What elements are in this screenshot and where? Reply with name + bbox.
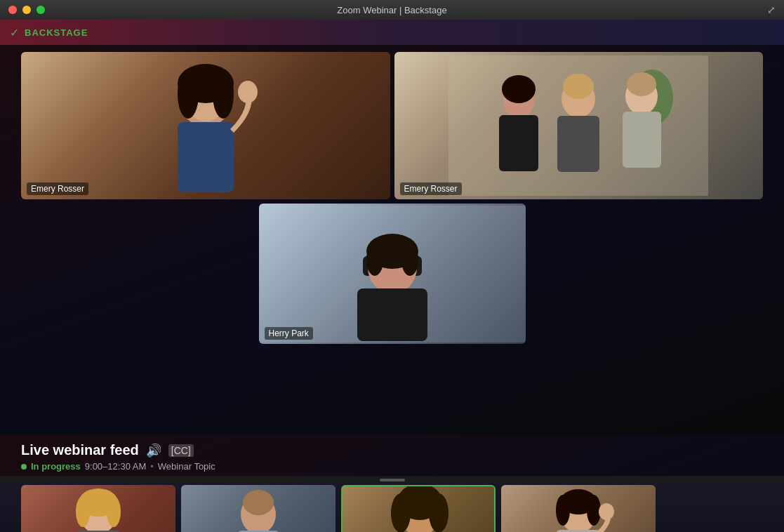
- participants-strip: Katie Carter Emery Rosser Tiana Dokidis: [0, 483, 784, 532]
- svg-point-16: [627, 72, 656, 96]
- close-button[interactable]: [8, 6, 17, 14]
- svg-rect-5: [178, 122, 234, 192]
- participant-tile-katie[interactable]: Katie Carter: [21, 485, 175, 533]
- status-topic: Webinar Topic: [158, 461, 215, 472]
- cc-button[interactable]: [CC]: [168, 444, 194, 457]
- tile-label-emery-right: Emery Rosser: [400, 182, 462, 195]
- main-content: Emery Rosser: [0, 45, 784, 476]
- participant-tile-anika[interactable]: Anika Mango: [501, 485, 656, 533]
- svg-rect-48: [556, 530, 601, 533]
- svg-point-6: [238, 81, 258, 103]
- video-grid: Emery Rosser: [0, 45, 784, 435]
- svg-point-3: [178, 69, 199, 119]
- video-placeholder-2: [394, 52, 764, 199]
- live-feed-section: Live webinar feed 🔊 [CC] In progress 9:0…: [0, 435, 784, 476]
- minimize-button[interactable]: [22, 6, 31, 14]
- svg-point-4: [213, 69, 234, 119]
- video-row-bottom: Herry Park: [21, 204, 763, 344]
- title-bar: Zoom Webinar | Backstage ⤢: [0, 0, 784, 20]
- tile-label-herry: Herry Park: [265, 327, 313, 340]
- svg-point-29: [76, 496, 90, 527]
- svg-point-10: [502, 75, 536, 103]
- volume-icon[interactable]: 🔊: [146, 443, 161, 458]
- svg-point-30: [107, 496, 121, 527]
- backstage-bar: ✓ BACKSTAGE: [0, 20, 784, 45]
- scroll-indicator: [0, 476, 784, 483]
- status-label: In progress: [31, 461, 81, 472]
- svg-point-47: [587, 495, 601, 526]
- participant-tile-tiana[interactable]: Tiana Dokidis: [341, 485, 496, 533]
- window-title: Zoom Webinar | Backstage: [337, 5, 446, 15]
- video-placeholder-1: [21, 52, 390, 199]
- video-tile-herry[interactable]: Herry Park: [259, 204, 526, 344]
- svg-point-24: [401, 245, 418, 276]
- status-separator: •: [150, 461, 154, 472]
- svg-point-40: [391, 493, 411, 533]
- expand-icon[interactable]: ⤢: [767, 4, 776, 15]
- window-controls[interactable]: [8, 6, 45, 14]
- backstage-label: BACKSTAGE: [25, 27, 88, 38]
- live-feed-status-row: In progress 9:00–12:30 AM • Webinar Topi…: [21, 461, 763, 472]
- status-time: 9:00–12:30 AM: [85, 461, 146, 472]
- scroll-pill: [380, 479, 405, 481]
- svg-point-49: [599, 503, 614, 520]
- backstage-check-icon: ✓: [10, 26, 19, 39]
- tile-label-emery-left: Emery Rosser: [27, 182, 88, 195]
- video-tile-group[interactable]: Emery Rosser: [394, 52, 764, 199]
- svg-rect-14: [557, 116, 599, 172]
- svg-point-41: [429, 493, 449, 533]
- video-placeholder-3: [259, 204, 526, 344]
- svg-rect-25: [357, 288, 427, 341]
- video-row-top: Emery Rosser: [21, 52, 763, 199]
- live-feed-title: Live webinar feed: [21, 442, 139, 458]
- status-indicator: [21, 464, 27, 470]
- svg-point-34: [243, 490, 274, 515]
- participant-tile-emery[interactable]: Emery Rosser: [181, 485, 335, 533]
- maximize-button[interactable]: [36, 6, 45, 14]
- svg-point-13: [563, 74, 594, 99]
- svg-rect-17: [623, 112, 661, 168]
- video-tile-emery-left[interactable]: Emery Rosser: [21, 52, 390, 199]
- svg-point-23: [366, 245, 383, 276]
- svg-point-46: [556, 495, 570, 526]
- live-feed-title-row: Live webinar feed 🔊 [CC]: [21, 442, 763, 458]
- svg-rect-11: [499, 115, 538, 171]
